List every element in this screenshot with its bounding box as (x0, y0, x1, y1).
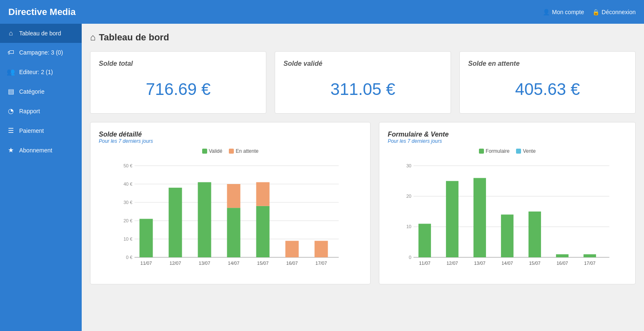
stat-label-attente: Solde en attente (468, 60, 627, 67)
header-actions: 👤 Mon compte 🔒 Déconnexion (543, 9, 636, 15)
stat-value-total: 716.69 € (99, 80, 258, 99)
svg-text:30 €: 30 € (123, 200, 132, 205)
home-icon: ⌂ (7, 30, 15, 37)
bar2-16-formulaire (556, 254, 569, 257)
stats-row: Solde total 716.69 € Solde validé 311.05… (90, 51, 636, 114)
svg-text:50 €: 50 € (123, 163, 132, 168)
app-title: Directive Media (8, 7, 75, 17)
bar-11-valide (140, 219, 153, 257)
bar-12-valide (169, 188, 182, 257)
svg-text:14/07: 14/07 (501, 261, 513, 266)
stat-label-total: Solde total (99, 60, 258, 67)
svg-text:11/07: 11/07 (140, 261, 152, 266)
bar2-15-formulaire (529, 212, 541, 257)
sidebar-item-abonnement[interactable]: ★ Abonnement (0, 140, 82, 160)
svg-text:16/07: 16/07 (286, 261, 298, 266)
bar2-11-formulaire (418, 224, 431, 257)
chart-left-legend: Validé En attente (99, 148, 362, 154)
svg-text:30: 30 (406, 163, 411, 168)
stat-value-valide: 311.05 € (283, 80, 442, 99)
deconnexion-link[interactable]: 🔒 Déconnexion (592, 9, 636, 15)
chart-left-title: Solde détaillé (99, 131, 362, 138)
legend-label-vente: Vente (523, 148, 536, 154)
chart-right-svg-wrapper: 30 20 10 0 11/07 12/07 (388, 157, 627, 276)
svg-text:40 €: 40 € (123, 182, 132, 187)
bar2-13-formulaire (474, 178, 486, 258)
sidebar-label-rapport: Rapport (19, 108, 40, 114)
users-icon: 👥 (7, 68, 15, 76)
svg-text:15/07: 15/07 (529, 261, 541, 266)
app-header: Directive Media 👤 Mon compte 🔒 Déconnexi… (0, 0, 644, 24)
stat-card-valide: Solde validé 311.05 € (275, 51, 451, 114)
chart-formulaire-vente: Formulaire & Vente Pour les 7 derniers j… (379, 122, 636, 284)
user-icon: 👤 (543, 9, 550, 15)
svg-text:0 €: 0 € (126, 255, 132, 260)
svg-text:14/07: 14/07 (228, 261, 240, 266)
payment-icon: ☰ (7, 127, 15, 134)
svg-text:16/07: 16/07 (556, 261, 568, 266)
legend-label-valide: Validé (209, 148, 222, 154)
sidebar-item-campagne[interactable]: 🏷 Campagne: 3 (0) (0, 43, 82, 62)
chart-solde-detaille: Solde détaillé Pour les 7 derniers jours… (90, 122, 371, 284)
svg-text:11/07: 11/07 (419, 261, 431, 266)
category-icon: ▤ (7, 87, 15, 95)
sidebar-label-abonnement: Abonnement (19, 147, 52, 154)
sidebar-label-tableau-de-bord: Tableau de bord (19, 30, 61, 37)
bar2-14-formulaire (501, 214, 514, 257)
bar-13-valide (198, 182, 211, 257)
chart-right-legend: Formulaire Vente (388, 148, 627, 154)
svg-text:10 €: 10 € (123, 236, 132, 241)
sidebar-item-paiement[interactable]: ☰ Paiement (0, 121, 82, 140)
stat-label-valide: Solde validé (283, 60, 442, 67)
legend-vente: Vente (516, 148, 536, 154)
svg-text:20: 20 (406, 194, 411, 199)
chart-right-svg: 30 20 10 0 11/07 12/07 (388, 157, 627, 274)
bar2-12-formulaire (446, 181, 459, 257)
sidebar-label-editeur: Editeur: 2 (1) (19, 69, 53, 75)
svg-text:0: 0 (409, 255, 411, 260)
legend-attente: En attente (229, 148, 258, 154)
sidebar-item-tableau-de-bord[interactable]: ⌂ Tableau de bord (0, 24, 82, 43)
chart-right-title: Formulaire & Vente (388, 131, 627, 138)
sidebar-item-categorie[interactable]: ▤ Catégorie (0, 82, 82, 101)
chart-right-subtitle: Pour les 7 derniers jours (388, 138, 627, 144)
svg-text:15/07: 15/07 (257, 261, 269, 266)
tag-icon: 🏷 (7, 49, 15, 56)
page-home-icon: ⌂ (90, 32, 95, 43)
legend-formulaire: Formulaire (479, 148, 509, 154)
svg-text:12/07: 12/07 (446, 261, 458, 266)
sidebar-item-rapport[interactable]: ◔ Rapport (0, 101, 82, 121)
sidebar-label-campagne: Campagne: 3 (0) (19, 49, 63, 56)
sidebar-label-paiement: Paiement (19, 127, 44, 134)
stat-value-attente: 405.63 € (468, 80, 627, 99)
legend-valide: Validé (202, 148, 222, 154)
bar-16-attente (286, 241, 299, 257)
page-title: ⌂ Tableau de bord (90, 32, 636, 43)
lock-icon: 🔒 (592, 9, 599, 15)
legend-dot-valide (202, 149, 207, 154)
chart-icon: ◔ (7, 107, 15, 115)
stat-card-total: Solde total 716.69 € (90, 51, 266, 114)
star-icon: ★ (7, 146, 15, 154)
svg-text:17/07: 17/07 (584, 261, 596, 266)
legend-label-formulaire: Formulaire (486, 148, 509, 154)
mon-compte-link[interactable]: 👤 Mon compte (543, 9, 584, 15)
chart-left-svg: 50 € 40 € 30 € 20 € 10 € 0 € (99, 157, 362, 274)
svg-text:13/07: 13/07 (474, 261, 486, 266)
bar-17-attente (315, 241, 328, 257)
chart-left-svg-wrapper: 50 € 40 € 30 € 20 € 10 € 0 € (99, 157, 362, 276)
svg-text:20 €: 20 € (123, 218, 132, 223)
bar-15-attente (256, 182, 270, 206)
sidebar: ⌂ Tableau de bord 🏷 Campagne: 3 (0) 👥 Ed… (0, 24, 82, 331)
main-content: ⌂ Tableau de bord Solde total 716.69 € S… (82, 24, 644, 331)
legend-label-attente: En attente (236, 148, 258, 154)
bar-14-valide (227, 208, 241, 257)
sidebar-item-editeur[interactable]: 👥 Editeur: 2 (1) (0, 62, 82, 82)
svg-text:13/07: 13/07 (199, 261, 210, 266)
svg-text:17/07: 17/07 (316, 261, 327, 266)
bar2-17-formulaire (584, 254, 596, 257)
charts-row: Solde détaillé Pour les 7 derniers jours… (90, 122, 636, 284)
svg-text:10: 10 (406, 224, 411, 229)
legend-dot-attente (229, 149, 234, 154)
bar-15-valide (256, 206, 270, 257)
